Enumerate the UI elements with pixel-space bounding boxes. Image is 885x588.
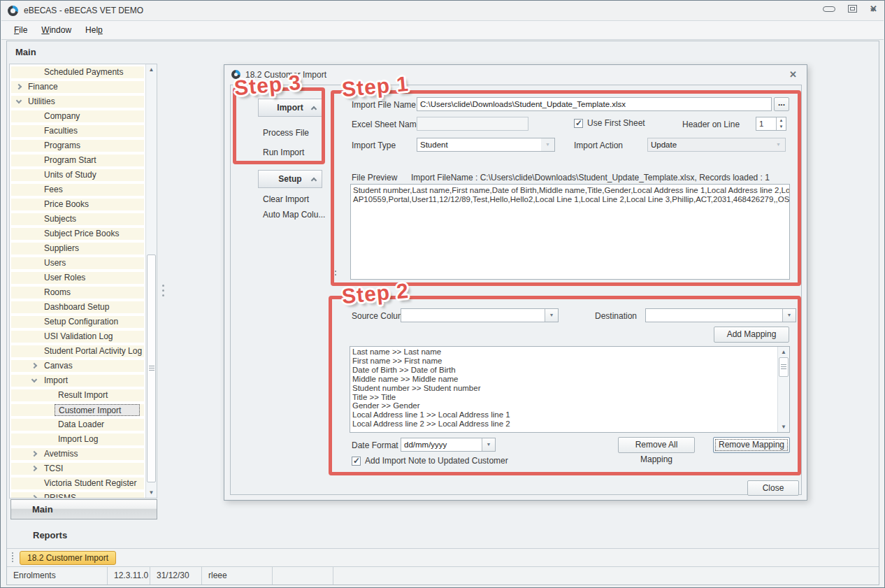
- excel-sheet-name-input[interactable]: [417, 117, 528, 131]
- sidebar-item-tcsi[interactable]: TCSI: [11, 463, 144, 475]
- scroll-up-icon[interactable]: ▲: [146, 64, 157, 75]
- sidebar-item-label: Program Start: [11, 155, 144, 166]
- clear-import-link[interactable]: Clear Import: [263, 194, 309, 204]
- sidebar-item-suppliers[interactable]: Suppliers: [11, 243, 144, 254]
- menu-item-window[interactable]: Window: [34, 22, 78, 38]
- sidebar-item-subject-price-books[interactable]: Subject Price Books: [11, 228, 144, 240]
- chevron-down-icon[interactable]: ▼: [545, 309, 558, 322]
- restore-icon[interactable]: [848, 5, 857, 13]
- date-format-select[interactable]: dd/mm/yyyy ▼: [401, 438, 496, 452]
- mapping-row[interactable]: Local Address line 2 >> Local Address li…: [352, 420, 777, 429]
- sidebar-item-usi-validation-log[interactable]: USI Validation Log: [11, 331, 144, 343]
- sidebar-item-import-log[interactable]: Import Log: [11, 433, 144, 445]
- scroll-down-icon[interactable]: ▼: [146, 487, 157, 498]
- sidebar-item-label: Finance: [11, 81, 144, 93]
- sidebar-item-label: Scheduled Payments: [11, 66, 144, 78]
- browse-button[interactable]: ...: [774, 97, 789, 111]
- mapping-row[interactable]: Date of Birth >> Date of Birth: [352, 366, 777, 375]
- run-import-link[interactable]: Run Import: [263, 148, 304, 157]
- sidebar-item-finance[interactable]: Finance: [11, 81, 144, 93]
- source-column-select[interactable]: ▼: [401, 308, 559, 322]
- auto-map-columns-link[interactable]: Auto Map Colu...: [263, 210, 325, 220]
- add-import-note-label: Add Import Note to Updated Customer: [365, 456, 508, 466]
- close-button[interactable]: Close: [747, 480, 799, 496]
- mapping-row[interactable]: Last name >> Last name: [352, 347, 777, 357]
- menu-item-help[interactable]: Help: [78, 22, 110, 38]
- sidebar-item-scheduled-payments[interactable]: Scheduled Payments: [11, 66, 144, 78]
- sidebar-item-utilities[interactable]: Utilities: [11, 96, 144, 108]
- mapping-row[interactable]: Title >> Title: [352, 393, 777, 402]
- import-action-select[interactable]: Update ▼: [647, 138, 786, 152]
- nav-group-reports-button[interactable]: Reports: [33, 530, 67, 540]
- dialog-close-icon[interactable]: ✕: [789, 69, 797, 80]
- sidebar-item-company[interactable]: Company: [11, 110, 144, 122]
- sidebar-item-dashboard-setup[interactable]: Dashboard Setup: [11, 301, 144, 313]
- spin-up-icon[interactable]: ▲: [777, 117, 786, 124]
- sidebar-item-setup-configuration[interactable]: Setup Configuration: [11, 316, 144, 328]
- destination-select[interactable]: ▼: [645, 308, 796, 322]
- mapping-row[interactable]: First name >> First name: [352, 357, 777, 366]
- sidebar-item-users[interactable]: Users: [11, 257, 144, 269]
- sidebar-item-customer-import[interactable]: Customer Import: [11, 404, 144, 416]
- sidebar-item-data-loader[interactable]: Data Loader: [11, 419, 144, 431]
- taskbar-grip-handle[interactable]: [12, 552, 13, 562]
- sidebar-item-canvas[interactable]: Canvas: [11, 360, 144, 372]
- preview-line: AP10559,Portal,User11,12/12/89,Test,Hell…: [353, 195, 787, 204]
- sidebar-item-program-start[interactable]: Program Start: [11, 155, 144, 166]
- sidebar-item-user-roles[interactable]: User Roles: [11, 272, 144, 284]
- mapping-scrollbar-thumb[interactable]: [779, 357, 789, 377]
- add-import-note-checkbox[interactable]: Add Import Note to Updated Customer: [352, 456, 508, 466]
- preview-resize-handle[interactable]: [335, 271, 336, 275]
- process-file-link[interactable]: Process File: [263, 128, 309, 138]
- sidebar-item-import[interactable]: Import: [11, 375, 144, 387]
- scroll-down-icon[interactable]: ▼: [778, 422, 789, 432]
- tree-scrollbar-thumb[interactable]: [147, 254, 156, 482]
- sidebar-item-subjects[interactable]: Subjects: [11, 213, 144, 225]
- remove-all-mapping-button[interactable]: Remove All Mapping: [618, 437, 695, 453]
- menu-item-file[interactable]: File: [7, 22, 34, 38]
- minimize-icon[interactable]: [823, 6, 835, 12]
- import-type-value: Student: [417, 138, 541, 151]
- add-mapping-button[interactable]: Add Mapping: [714, 327, 789, 343]
- chevron-down-icon[interactable]: ▼: [772, 138, 785, 151]
- sidebar-item-avetmiss[interactable]: Avetmiss: [11, 448, 144, 460]
- file-preview-textarea[interactable]: Student number,Last name,First name,Date…: [350, 184, 790, 280]
- header-on-line-stepper[interactable]: 1 ▲▼: [756, 117, 786, 131]
- nav-group-main-button[interactable]: Main: [10, 499, 157, 519]
- remove-mapping-button[interactable]: Remove Mapping: [713, 437, 790, 453]
- mapping-row[interactable]: Middle name >> Middle name: [352, 375, 777, 384]
- sidebar-item-label: Price Books: [11, 199, 144, 210]
- mapping-row[interactable]: Gender >> Gender: [352, 401, 777, 410]
- sidebar-item-units-of-study[interactable]: Units of Study: [11, 169, 144, 181]
- header-on-line-value[interactable]: 1: [756, 117, 776, 130]
- spin-down-icon[interactable]: ▼: [777, 124, 786, 130]
- setup-group-header[interactable]: Setup: [258, 170, 322, 188]
- menubar-chevron-down-icon[interactable]: [870, 8, 876, 12]
- import-group-header[interactable]: Import: [258, 99, 322, 117]
- use-first-sheet-checkbox[interactable]: Use First Sheet: [574, 118, 645, 128]
- file-preview-info: Import FileName : C:\Users\clide\Downloa…: [411, 173, 770, 182]
- chevron-down-icon[interactable]: ▼: [782, 309, 796, 322]
- mapping-row[interactable]: Local Address line 1 >> Local Address li…: [352, 410, 777, 420]
- sidebar-item-price-books[interactable]: Price Books: [11, 199, 144, 210]
- status-cell: [333, 567, 879, 585]
- sidebar-item-student-portal-activity-log[interactable]: Student Portal Activity Log: [11, 345, 144, 357]
- sidebar-item-rooms[interactable]: Rooms: [11, 287, 144, 299]
- open-window-tab[interactable]: 18.2 Customer Import: [20, 551, 116, 565]
- panel-splitter-handle[interactable]: [161, 285, 165, 296]
- sidebar-item-prisms[interactable]: PRISMS: [11, 492, 144, 498]
- import-file-name-input[interactable]: C:\Users\clide\Downloads\Student_Update_…: [417, 97, 772, 111]
- mapping-row[interactable]: Student number >> Student number: [352, 384, 777, 393]
- scroll-up-icon[interactable]: ▲: [778, 347, 789, 357]
- chevron-down-icon[interactable]: ▼: [541, 138, 554, 151]
- sidebar-item-programs[interactable]: Programs: [11, 140, 144, 152]
- tree-scrollbar[interactable]: ▲ ▼: [145, 64, 157, 498]
- chevron-down-icon[interactable]: ▼: [482, 438, 495, 451]
- sidebar-item-victoria-student-register[interactable]: Victoria Student Register: [11, 478, 144, 489]
- sidebar-item-result-import[interactable]: Result Import: [11, 389, 144, 401]
- sidebar-item-label: Victoria Student Register: [11, 478, 144, 489]
- import-type-select[interactable]: Student ▼: [417, 138, 555, 152]
- mapping-scrollbar[interactable]: ▲ ▼: [777, 347, 789, 432]
- sidebar-item-fees[interactable]: Fees: [11, 184, 144, 196]
- sidebar-item-faculties[interactable]: Faculties: [11, 125, 144, 137]
